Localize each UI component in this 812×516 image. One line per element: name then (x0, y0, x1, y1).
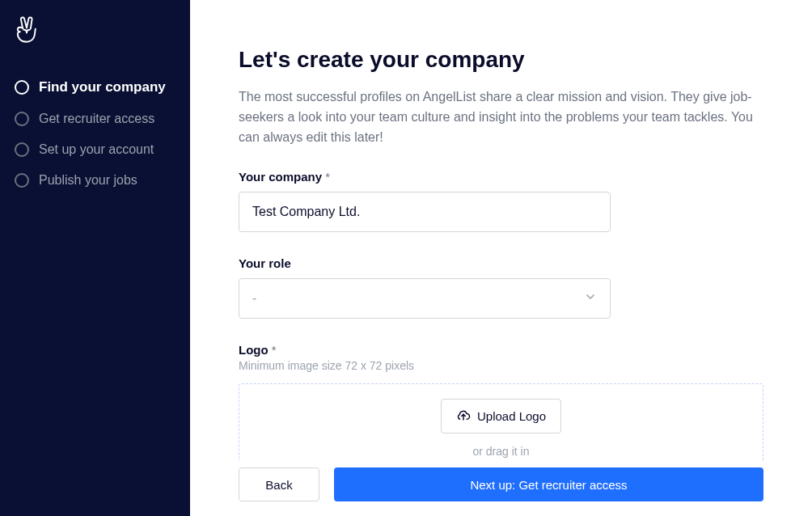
step-label: Find your company (39, 79, 166, 95)
next-button[interactable]: Next up: Get recruiter access (334, 467, 763, 501)
step-circle-icon (15, 173, 29, 188)
logo-hint: Minimum image size 72 x 72 pixels (239, 359, 763, 372)
company-label: Your company * (239, 170, 763, 184)
peace-hand-logo-icon (15, 16, 176, 49)
company-field: Your company * (239, 170, 763, 232)
step-label: Get recruiter access (39, 112, 154, 126)
role-selected-value: - (252, 291, 256, 306)
chevron-down-icon (584, 290, 597, 307)
back-button[interactable]: Back (239, 467, 319, 501)
upload-button-label: Upload Logo (477, 409, 546, 423)
step-label: Set up your account (39, 142, 154, 157)
sidebar-step-find-company[interactable]: Find your company (15, 71, 176, 104)
drag-hint: or drag it in (239, 445, 763, 458)
page-title: Let's create your company (239, 47, 763, 73)
footer-actions: Back Next up: Get recruiter access (239, 461, 763, 516)
page-subtitle: The most successful profiles on AngelLis… (239, 87, 756, 147)
logo-dropzone[interactable]: Upload Logo or drag it in (239, 383, 763, 461)
company-name-input[interactable] (239, 192, 611, 232)
sidebar: Find your company Get recruiter access S… (0, 0, 190, 516)
step-circle-icon (15, 142, 29, 157)
main-content: Let's create your company The most succe… (190, 0, 812, 516)
upload-logo-button[interactable]: Upload Logo (441, 399, 561, 434)
sidebar-step-publish-jobs[interactable]: Publish your jobs (15, 165, 176, 196)
step-circle-icon (15, 112, 29, 126)
role-field: Your role - (239, 256, 763, 319)
sidebar-step-setup-account[interactable]: Set up your account (15, 134, 176, 165)
onboarding-steps: Find your company Get recruiter access S… (15, 71, 176, 196)
sidebar-step-recruiter-access[interactable]: Get recruiter access (15, 104, 176, 134)
logo-field: Logo * Minimum image size 72 x 72 pixels… (239, 343, 763, 461)
step-label: Publish your jobs (39, 173, 137, 188)
cloud-upload-icon (456, 408, 471, 425)
role-select[interactable]: - (239, 278, 611, 319)
step-circle-icon (15, 80, 29, 95)
role-label: Your role (239, 256, 763, 270)
logo-label: Logo * (239, 343, 763, 357)
